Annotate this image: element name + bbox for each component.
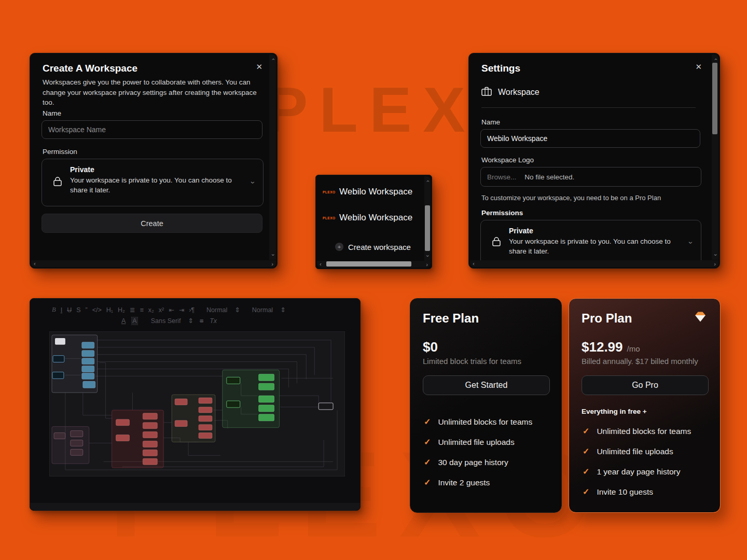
check-icon: ✓ <box>583 446 589 456</box>
get-started-button[interactable]: Get Started <box>423 375 550 395</box>
feature-row: ✓ Invite 2 guests <box>424 472 556 493</box>
editor-footer <box>30 503 360 510</box>
workspace-name-input[interactable] <box>42 120 262 139</box>
workspace-menu-item[interactable]: PLEXO Webilo Workspace <box>316 182 420 202</box>
scroll-down-icon[interactable]: › <box>270 254 275 256</box>
chevron-down-icon: › <box>250 181 258 184</box>
ordered-list-icon[interactable]: ≣ <box>130 306 135 314</box>
text-background-icon[interactable]: A <box>132 317 137 325</box>
scroll-right-icon[interactable]: › <box>271 261 273 267</box>
align-icon[interactable]: ≡ <box>200 317 203 325</box>
scroll-down-icon[interactable]: › <box>425 255 431 257</box>
scroll-left-icon[interactable]: › <box>320 261 322 267</box>
horizontal-scrollbar[interactable]: › › <box>31 260 276 267</box>
workspace-menu-item[interactable]: PLEXO Webilo Workspace <box>316 208 420 228</box>
bold-icon[interactable]: B <box>52 306 56 314</box>
horizontal-scrollbar[interactable]: › › <box>317 261 431 268</box>
workspace-switcher-dropdown: PLEXO Webilo Workspace PLEXO Webilo Work… <box>315 175 432 269</box>
code-icon[interactable]: </> <box>92 306 102 314</box>
plexo-logo-icon: PLEXO <box>323 190 336 194</box>
chevron-down-icon: › <box>687 242 696 244</box>
logo-file-input[interactable]: Browse... No file selected. <box>480 167 701 187</box>
feature-list: ✓ Unlimited blocks for teams ✓ Unlimited… <box>424 412 556 493</box>
close-icon[interactable]: ✕ <box>256 63 262 71</box>
outdent-icon[interactable]: ⇤ <box>169 306 174 314</box>
feature-row: ✓ 1 year day page history <box>583 461 715 482</box>
permission-title: Private <box>509 227 680 235</box>
scroll-left-icon[interactable]: › <box>34 261 36 267</box>
pro-plan-card: Pro Plan $12.99 /mo Billed annually. $17… <box>569 298 721 513</box>
scroll-up-icon[interactable]: › <box>425 180 431 183</box>
scroll-right-icon[interactable]: › <box>426 261 428 267</box>
briefcase-icon <box>481 87 492 98</box>
go-pro-button[interactable]: Go Pro <box>582 375 709 395</box>
bullet-list-icon[interactable]: ≡ <box>140 306 143 314</box>
feature-row: ✓ Unlimited file uploads <box>583 441 715 461</box>
create-workspace-menu-item[interactable]: + Create workspace <box>316 237 420 256</box>
paragraph-style-select[interactable]: Normal ⇕ <box>206 306 240 314</box>
plan-title: Pro Plan <box>582 311 632 326</box>
check-icon: ✓ <box>424 478 431 487</box>
check-icon: ✓ <box>424 417 431 427</box>
modal-title: Create A Workspace <box>43 63 137 74</box>
scroll-right-icon[interactable]: › <box>714 261 716 267</box>
feature-list: ✓ Unlimited blocks for teams ✓ Unlimited… <box>583 421 715 502</box>
scrollbar-thumb[interactable] <box>425 205 430 251</box>
underline-icon[interactable]: U <box>67 306 72 314</box>
check-icon: ✓ <box>583 467 589 477</box>
feature-row: ✓ Unlimited blocks for teams <box>583 421 715 441</box>
divider <box>481 107 696 108</box>
strikethrough-icon[interactable]: S <box>76 306 80 314</box>
text-color-icon[interactable]: A <box>121 317 126 325</box>
heading2-icon[interactable]: H₂ <box>118 306 125 314</box>
editor-toolbar-row-1: BIUS”</>H₁H₂≣≡x₂x²⇤⇥›¶ Normal ⇕ Normal ⇕ <box>52 306 360 314</box>
font-family-select[interactable]: Sans Serif ⇕ <box>151 317 193 325</box>
scroll-up-icon[interactable]: › <box>712 59 718 61</box>
scrollbar-thumb[interactable] <box>712 63 717 134</box>
horizontal-scrollbar[interactable]: › › <box>470 260 718 267</box>
plan-billing: Billed annually. $17 billed monthly <box>582 357 698 366</box>
check-icon: ✓ <box>424 457 431 467</box>
italic-icon[interactable]: I <box>61 306 62 314</box>
permission-title: Private <box>70 165 241 174</box>
updown-icon: ⇕ <box>188 317 193 325</box>
feature-row: ✓ 30 day page history <box>424 452 556 472</box>
clear-format-icon[interactable]: Tx <box>210 317 217 325</box>
settings-title: Settings <box>481 63 520 74</box>
vertical-scrollbar[interactable]: › › <box>269 54 276 260</box>
scroll-up-icon[interactable]: › <box>270 59 275 61</box>
blockquote-icon[interactable]: ” <box>86 306 88 314</box>
create-button[interactable]: Create <box>42 214 262 233</box>
workspace-logo-label: Workspace Logo <box>481 156 534 164</box>
vertical-scrollbar[interactable]: › › <box>712 54 718 260</box>
pro-plan-helper-text: To customize your workspace, you need to… <box>481 194 661 202</box>
permission-select[interactable]: Private Your workspace is private to you… <box>480 220 701 265</box>
indent-icon[interactable]: ⇥ <box>179 306 184 314</box>
superscript-icon[interactable]: x² <box>159 306 164 314</box>
scroll-left-icon[interactable]: › <box>473 261 475 267</box>
vertical-scrollbar[interactable]: › › <box>424 176 431 261</box>
close-icon[interactable]: ✕ <box>695 63 702 71</box>
updown-icon: ⇕ <box>234 306 240 314</box>
plan-period: /mo <box>627 344 640 353</box>
feature-row: ✓ Invite 10 guests <box>583 482 715 502</box>
browse-button[interactable]: Browse... <box>487 173 516 181</box>
permission-select[interactable]: Private Your workspace is private to you… <box>42 159 264 206</box>
feature-row: ✓ Unlimited blocks for teams <box>424 412 556 432</box>
subscript-icon[interactable]: x₂ <box>148 306 154 314</box>
text-size-select[interactable]: Normal ⇕ <box>252 306 286 314</box>
plan-subtitle: Limited block trials for teams <box>423 357 521 366</box>
scroll-down-icon[interactable]: › <box>712 254 718 256</box>
create-workspace-modal: Create A Workspace ✕ Workspaces give you… <box>30 53 278 269</box>
direction-icon[interactable]: ›¶ <box>189 306 195 314</box>
permission-description: Your workspace is private to you. You ca… <box>509 237 680 257</box>
workspace-name-input[interactable] <box>480 129 700 148</box>
editor-toolbar-row-2: A A Sans Serif ⇕ ≡ Tx <box>121 317 360 325</box>
document-canvas[interactable] <box>49 331 345 477</box>
scrollbar-thumb[interactable] <box>326 261 411 267</box>
heading1-icon[interactable]: H₁ <box>106 306 113 314</box>
check-icon: ✓ <box>583 487 589 497</box>
check-icon: ✓ <box>583 426 589 436</box>
lock-icon <box>53 177 62 188</box>
lock-icon <box>492 237 501 248</box>
